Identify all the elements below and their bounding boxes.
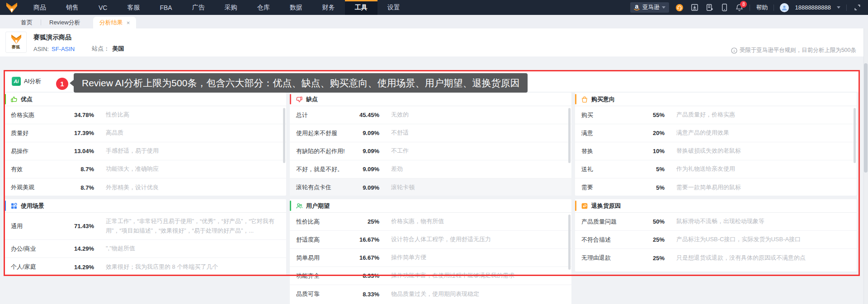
headset-icon[interactable] <box>675 3 684 12</box>
marketplace-label: 亚马逊 <box>642 4 660 11</box>
item-description: ","物超所值 <box>106 244 276 253</box>
asin-link[interactable]: SF-ASIN <box>52 46 75 52</box>
nav-item-财务[interactable]: 财务 <box>312 0 345 15</box>
bell-icon[interactable]: 8 <box>735 3 744 12</box>
item-percentage: 17.39% <box>64 130 94 136</box>
tab-分析结果[interactable]: 分析结果× <box>93 17 137 28</box>
thumb-up-icon <box>10 95 18 103</box>
nav-item-设置[interactable]: 设置 <box>377 0 410 15</box>
mobile-icon[interactable] <box>720 3 729 12</box>
navbar-right: a 亚马逊 8 帮助 18888888888 <box>630 0 868 15</box>
close-icon[interactable]: × <box>127 20 130 26</box>
download-icon[interactable] <box>690 3 699 12</box>
item-label: 产品质量问题 <box>581 218 635 226</box>
limit-notice: 受限于亚马逊平台规则，目前分析上限为500条 <box>731 47 856 54</box>
item-label: 通用 <box>11 222 64 230</box>
item-percentage: 25% <box>635 255 665 262</box>
item-percentage: 8.7% <box>64 184 94 191</box>
product-header: 赛狐 赛狐演示商品 ASIN: SF-ASIN 站点： 美国 受限于亚马逊平台规… <box>0 28 868 56</box>
item-label: 办公/商业 <box>11 245 64 253</box>
nav-item-商品[interactable]: 商品 <box>24 0 56 15</box>
item-percentage: 55% <box>635 112 665 118</box>
list-item: 产品质量问题50%鼠标滑动不流畅，出现松动现象等 <box>575 213 857 231</box>
item-description: 差劲 <box>391 164 561 173</box>
item-label: 价格实惠 <box>11 111 64 119</box>
item-percentage: 9.09% <box>349 184 379 191</box>
marketplace-selector[interactable]: a 亚马逊 <box>630 2 670 13</box>
amazon-icon: a <box>634 4 640 11</box>
panel-header: 退换货原因 <box>575 199 857 213</box>
nav-item-采购[interactable]: 采购 <box>215 0 247 15</box>
item-percentage: 45.45% <box>349 112 379 118</box>
nav-item-数据[interactable]: 数据 <box>280 0 312 15</box>
nav-item-广告[interactable]: 广告 <box>182 0 215 15</box>
tab-Review分析[interactable]: Review分析 <box>41 17 89 28</box>
panel-scrollbar-thumb[interactable] <box>568 108 571 163</box>
item-percentage: 20% <box>635 130 665 136</box>
avatar[interactable] <box>780 3 789 12</box>
thumbnail-label: 赛狐 <box>12 44 21 50</box>
list-item: 有效8.7%功能强大，准确响应 <box>5 160 286 178</box>
panel-cons: 缺点总计45.45%无效的使用起来不舒服9.09%不舒适有缺陷的不起作用!9.0… <box>290 93 571 196</box>
item-percentage: 9.09% <box>349 166 379 173</box>
panel-title: 购买意向 <box>591 95 615 103</box>
panel-header: 购买意向 <box>575 93 857 106</box>
item-label: 不好，就是不好。 <box>296 165 349 173</box>
nav-item-工具[interactable]: 工具 <box>345 0 377 15</box>
help-link[interactable]: 帮助 <box>756 4 768 12</box>
nav-item-VC[interactable]: VC <box>89 0 117 15</box>
nav-item-FBA[interactable]: FBA <box>150 0 182 15</box>
account-number[interactable]: 18888888888 <box>795 4 831 11</box>
item-label: 无理由退款 <box>581 254 635 262</box>
item-percentage: 16.67% <box>349 254 379 261</box>
note-add-icon[interactable] <box>705 3 714 12</box>
item-description: 替换破损或失效的老鼠标 <box>676 146 847 155</box>
panel-accent-bar <box>5 94 6 104</box>
panel-header: 优点 <box>5 93 286 106</box>
list-item: 不好，就是不好。9.09%差劲 <box>290 160 571 178</box>
list-item: 无理由退款25%只是想退货或退款，没有具体的原因或不满意的点 <box>575 249 857 267</box>
item-description: 需要一款简单易用的鼠标 <box>676 183 847 192</box>
nav-item-客服[interactable]: 客服 <box>117 0 150 15</box>
item-description: 功能强大，准确响应 <box>106 164 276 173</box>
page-scrollbar-thumb[interactable] <box>864 63 868 173</box>
panel-title: 缺点 <box>306 95 318 103</box>
item-label: 满意 <box>581 129 635 137</box>
thumb-down-icon <box>295 95 303 103</box>
list-item: 满意20%满意产品的使用效果 <box>575 124 857 142</box>
item-label: 功能齐全 <box>296 272 349 280</box>
item-description: 正常工作”，“非常轻巧且易于使用”，“优秀”，“好产品”，“它对我有用”，“项目… <box>106 217 276 235</box>
return-icon <box>580 202 588 210</box>
panel-accent-bar <box>290 94 291 104</box>
item-percentage: 14.29% <box>64 264 94 271</box>
panel-scrollbar-thumb[interactable] <box>568 215 571 270</box>
item-label: 总计 <box>296 111 349 119</box>
caret-down-icon[interactable] <box>837 6 840 9</box>
site-value: 美国 <box>112 45 124 53</box>
list-item: 舒适度高16.67%设计符合人体工程学，使用舒适无压力 <box>290 231 571 249</box>
panel-title: 优点 <box>21 95 33 103</box>
item-percentage: 10% <box>635 148 665 154</box>
item-description: 手感舒适，易于使用 <box>106 146 276 155</box>
nav-item-销售[interactable]: 销售 <box>56 0 89 15</box>
panel-purchase-intent: 购买意向购买55%产品质量好，价格实惠满意20%满意产品的使用效果替换10%替换… <box>575 93 857 196</box>
tab-bar: 首页Review分析分析结果× <box>0 15 868 28</box>
list-item: 有缺陷的不起作用!9.09%不工作 <box>290 142 571 160</box>
divider <box>846 5 847 11</box>
product-name: 赛狐演示商品 <box>33 33 71 42</box>
item-percentage: 50% <box>635 218 665 225</box>
tab-首页[interactable]: 首页 <box>13 17 41 28</box>
panel-scrollbar-thumb[interactable] <box>283 108 285 163</box>
nav-item-仓库[interactable]: 仓库 <box>247 0 280 15</box>
asin-label: ASIN: <box>33 46 49 52</box>
app-logo-icon[interactable] <box>0 0 24 15</box>
fullscreen-icon[interactable] <box>853 3 862 12</box>
list-item: 购买55%产品质量好，价格实惠 <box>575 106 857 124</box>
panel-scrollbar-thumb[interactable] <box>854 108 856 163</box>
item-label: 替换 <box>581 147 635 155</box>
list-item: 使用起来不舒服9.09%不舒适 <box>290 124 571 142</box>
panel-return-reason: 退换货原因产品质量问题50%鼠标滑动不流畅，出现松动现象等不符合描述25%产品标… <box>575 199 857 271</box>
list-item: 个人/家庭14.29%效果很好；我为我店里的 8 个终端买了几个 <box>5 258 286 275</box>
item-percentage: 71.43% <box>64 223 94 229</box>
list-item: 不符合描述25%产品标注为USB-C接口，实际发货为USB-A接口 <box>575 231 857 249</box>
